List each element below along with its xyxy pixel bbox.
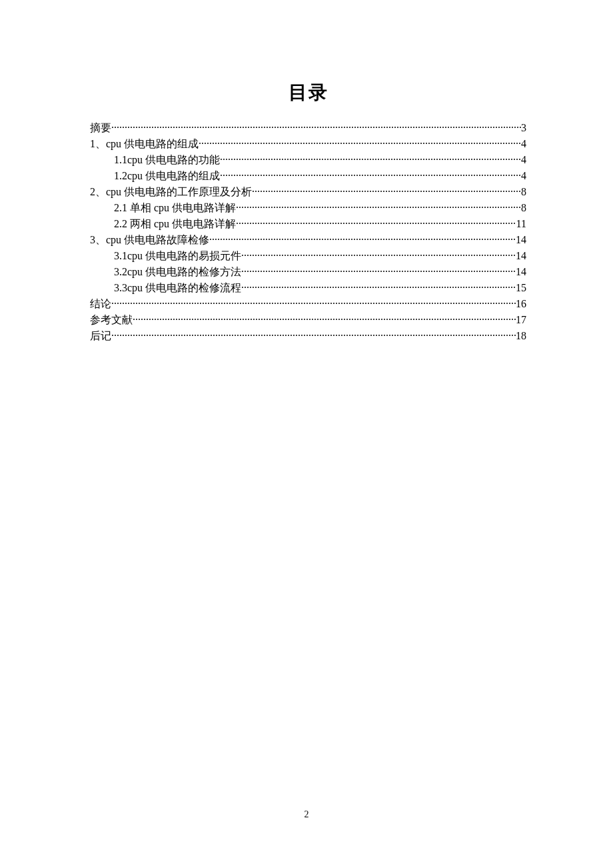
- toc-entry-label: 3.3cpu 供电电路的检修流程: [114, 280, 241, 296]
- toc-list: 摘要31、cpu 供电电路的组成41.1cpu 供电电路的功能41.2cpu 供…: [90, 120, 526, 344]
- toc-entry: 3、cpu 供电电路故障检修14: [90, 232, 526, 248]
- toc-entry-label: 2.2 两相 cpu 供电电路详解: [114, 216, 236, 232]
- toc-leader-dots: [236, 200, 521, 216]
- toc-entry-label: 3.1cpu 供电电路的易损元件: [114, 248, 241, 264]
- toc-entry: 参考文献17: [90, 312, 526, 328]
- toc-entry-page: 8: [521, 184, 526, 200]
- toc-entry: 1.1cpu 供电电路的功能4: [90, 152, 526, 168]
- toc-leader-dots: [241, 264, 516, 280]
- toc-leader-dots: [241, 248, 516, 264]
- toc-entry-page: 3: [521, 120, 526, 136]
- toc-entry: 后记18: [90, 328, 526, 344]
- toc-leader-dots: [199, 136, 521, 152]
- toc-entry: 结论16: [90, 296, 526, 312]
- toc-leader-dots: [220, 152, 521, 168]
- toc-entry-label: 2、cpu 供电电路的工作原理及分析: [90, 184, 252, 200]
- toc-entry-label: 1、cpu 供电电路的组成: [90, 136, 199, 152]
- toc-leader-dots: [236, 216, 516, 232]
- toc-leader-dots: [220, 168, 521, 184]
- toc-title: 目录: [90, 80, 526, 105]
- toc-entry-page: 4: [521, 152, 526, 168]
- toc-leader-dots: [252, 184, 521, 200]
- toc-entry: 3.3cpu 供电电路的检修流程15: [90, 280, 526, 296]
- document-page: 目录 摘要31、cpu 供电电路的组成41.1cpu 供电电路的功能41.2cp…: [0, 0, 613, 344]
- toc-entry-label: 1.2cpu 供电电路的组成: [114, 168, 220, 184]
- toc-entry-page: 17: [516, 312, 526, 328]
- toc-entry-page: 14: [516, 248, 526, 264]
- toc-leader-dots: [111, 120, 521, 136]
- toc-leader-dots: [133, 312, 516, 328]
- toc-entry-page: 4: [521, 168, 526, 184]
- toc-entry-label: 1.1cpu 供电电路的功能: [114, 152, 220, 168]
- toc-entry: 3.2cpu 供电电路的检修方法14: [90, 264, 526, 280]
- toc-entry-page: 18: [516, 328, 526, 344]
- toc-entry: 1.2cpu 供电电路的组成 4: [90, 168, 526, 184]
- toc-entry: 1、cpu 供电电路的组成4: [90, 136, 526, 152]
- toc-entry-page: 16: [516, 296, 526, 312]
- toc-entry: 2.1 单相 cpu 供电电路详解8: [90, 200, 526, 216]
- toc-entry-page: 14: [516, 232, 526, 248]
- toc-entry-label: 2.1 单相 cpu 供电电路详解: [114, 200, 236, 216]
- toc-entry-page: 14: [516, 264, 526, 280]
- toc-entry: 3.1cpu 供电电路的易损元件14: [90, 248, 526, 264]
- toc-leader-dots: [241, 280, 516, 296]
- toc-entry-label: 参考文献: [90, 312, 133, 328]
- toc-leader-dots: [111, 296, 516, 312]
- toc-entry-label: 3.2cpu 供电电路的检修方法: [114, 264, 241, 280]
- toc-leader-dots: [209, 232, 516, 248]
- toc-entry-label: 后记: [90, 328, 111, 344]
- page-number: 2: [0, 809, 613, 820]
- toc-leader-dots: [111, 328, 516, 344]
- toc-entry-page: 4: [521, 136, 526, 152]
- toc-entry: 2、cpu 供电电路的工作原理及分析8: [90, 184, 526, 200]
- toc-entry-label: 摘要: [90, 120, 111, 136]
- toc-entry-label: 结论: [90, 296, 111, 312]
- toc-entry: 摘要3: [90, 120, 526, 136]
- toc-entry-page: 8: [521, 200, 526, 216]
- toc-entry-label: 3、cpu 供电电路故障检修: [90, 232, 209, 248]
- toc-entry-page: 11: [516, 216, 526, 232]
- toc-entry: 2.2 两相 cpu 供电电路详解11: [90, 216, 526, 232]
- toc-entry-page: 15: [516, 280, 526, 296]
